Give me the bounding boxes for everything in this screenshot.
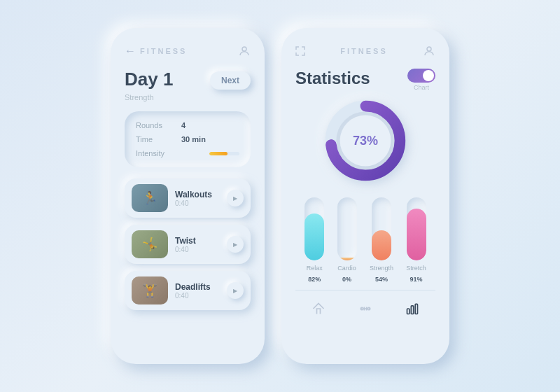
exercise-thumbnail: 🤸 xyxy=(132,230,168,258)
nav-workouts-icon[interactable] xyxy=(354,298,377,320)
statistics-header: Statistics Chart xyxy=(295,69,435,88)
time-row: Time 30 min xyxy=(136,135,239,144)
toggle-switch[interactable] xyxy=(407,69,435,83)
bottom-navigation xyxy=(295,290,435,320)
bar-fill xyxy=(337,258,357,260)
nav-home-icon[interactable] xyxy=(307,298,330,320)
svg-point-1 xyxy=(427,47,431,51)
right-app-title: FITNESS xyxy=(340,47,387,55)
exercise-name: Walkouts xyxy=(175,190,220,200)
day-row: Day 1 Next xyxy=(125,69,251,90)
exercise-duration: 0:40 xyxy=(175,246,220,253)
svg-rect-13 xyxy=(411,306,413,314)
bar-strength: Strength 54% xyxy=(370,197,393,283)
back-arrow-icon[interactable]: ← xyxy=(125,45,136,57)
bar-track xyxy=(372,197,391,260)
bar-label: Strength xyxy=(370,265,393,272)
exercise-thumbnail: 🏃 xyxy=(132,184,168,212)
bar-stretch: Stretch 91% xyxy=(406,197,426,283)
rounds-label: Rounds xyxy=(136,121,181,130)
exercise-duration: 0:40 xyxy=(175,200,220,207)
bar-label: Relax xyxy=(307,265,323,272)
bar-label: Stretch xyxy=(406,265,426,272)
bar-percentage: 91% xyxy=(410,276,423,283)
left-header: ← FITNESS xyxy=(125,45,251,57)
exercise-name: Twist xyxy=(175,236,220,246)
day-subtitle: Strength xyxy=(125,93,251,102)
workout-stats-card: Rounds 4 Time 30 min Intensity xyxy=(125,111,251,167)
time-label: Time xyxy=(136,135,181,144)
exercise-list: 🏃 Walkouts 0:40 ▶ 🤸 Twist 0:40 ▶ xyxy=(125,178,251,310)
intensity-bar-track xyxy=(209,152,239,155)
bar-cardio: Cardio 0% xyxy=(337,197,357,283)
exercise-duration: 0:40 xyxy=(175,292,220,300)
left-app-title: FITNESS xyxy=(140,47,187,55)
nav-stats-icon[interactable] xyxy=(401,298,424,320)
bar-percentage: 82% xyxy=(308,276,321,283)
bar-percentage: 54% xyxy=(375,276,388,283)
left-phone: ← FITNESS Day 1 Next Strength Rounds 4 T… xyxy=(111,28,265,364)
day-title: Day 1 xyxy=(125,69,173,90)
next-button[interactable]: Next xyxy=(210,71,251,90)
play-button[interactable]: ▶ xyxy=(227,190,244,206)
donut-chart-container: 73% xyxy=(295,95,435,186)
toggle-knob xyxy=(423,70,434,81)
donut-chart: 73% xyxy=(320,95,411,186)
bar-track xyxy=(407,197,426,260)
intensity-label: Intensity xyxy=(136,149,181,158)
svg-rect-14 xyxy=(415,304,417,314)
bar-track xyxy=(337,197,357,260)
intensity-bar-fill xyxy=(209,152,227,155)
bar-chart: Relax 82% Cardio 0% Strength 54% xyxy=(295,197,435,283)
exercise-thumbnail: 🏋 xyxy=(132,276,168,304)
bar-fill xyxy=(372,230,391,260)
bar-label: Cardio xyxy=(337,265,356,272)
phones-container: ← FITNESS Day 1 Next Strength Rounds 4 T… xyxy=(111,28,449,364)
bar-relax: Relax 82% xyxy=(304,197,324,283)
list-item: 🏋 Deadlifts 0:40 ▶ xyxy=(125,271,251,310)
time-value: 30 min xyxy=(181,135,209,144)
right-phone: FITNESS Statistics Chart xyxy=(281,28,449,364)
bar-track xyxy=(304,197,324,260)
play-button[interactable]: ▶ xyxy=(227,236,244,253)
statistics-title: Statistics xyxy=(295,69,370,88)
rounds-row: Rounds 4 xyxy=(136,121,239,130)
svg-point-0 xyxy=(242,47,246,51)
chart-label: Chart xyxy=(414,84,429,91)
user-profile-icon[interactable] xyxy=(423,45,435,57)
list-item: 🤸 Twist 0:40 ▶ xyxy=(125,225,251,264)
right-header: FITNESS xyxy=(295,45,435,57)
exercise-name: Deadlifts xyxy=(175,282,220,292)
bar-fill xyxy=(407,209,426,260)
bar-percentage: 0% xyxy=(342,276,351,283)
rounds-value: 4 xyxy=(181,121,209,130)
svg-rect-12 xyxy=(407,309,409,314)
chart-toggle[interactable]: Chart xyxy=(407,69,435,91)
play-button[interactable]: ▶ xyxy=(227,282,244,299)
expand-icon xyxy=(295,46,305,56)
bar-fill xyxy=(304,214,324,260)
user-profile-icon[interactable] xyxy=(238,45,251,57)
donut-percentage: 73% xyxy=(353,134,378,148)
intensity-row: Intensity xyxy=(136,149,239,158)
list-item: 🏃 Walkouts 0:40 ▶ xyxy=(125,178,251,218)
